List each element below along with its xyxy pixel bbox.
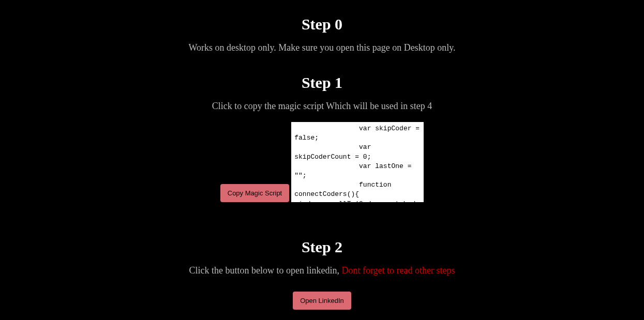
step-0-section: Step 0 Works on desktop only. Make sure … [0,16,644,53]
copy-magic-script-button[interactable]: Copy Magic Script [220,184,289,202]
step-2-title: Step 2 [0,238,644,256]
step-0-description: Works on desktop only. Make sure you ope… [0,42,644,53]
code-row: Copy Magic Script [0,122,644,202]
step-2-section: Step 2 Click the button below to open li… [0,238,644,310]
step-2-desc-warning: Dont forget to read other steps [341,265,455,276]
step-2-description: Click the button below to open linkedin,… [0,265,644,276]
step-1-section: Step 1 Click to copy the magic script Wh… [0,74,644,202]
step-1-description: Click to copy the magic script Which wil… [0,101,644,112]
step-2-desc-prefix: Click the button below to open linkedin, [189,265,341,276]
magic-script-textarea[interactable] [291,122,424,202]
step-1-title: Step 1 [0,74,644,92]
step-0-title: Step 0 [0,16,644,33]
open-linkedin-button[interactable]: Open LinkedIn [293,292,351,310]
